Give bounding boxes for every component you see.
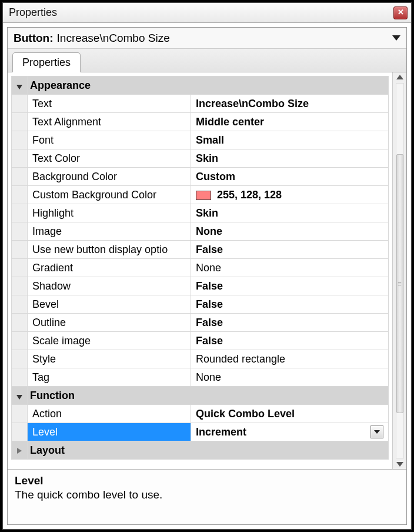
properties-window: Properties ✕ Button: Increase\nCombo Siz…: [2, 2, 412, 530]
property-value[interactable]: Middle center: [191, 113, 389, 131]
property-row[interactable]: Scale imageFalse: [12, 332, 389, 350]
close-icon[interactable]: ✕: [393, 6, 408, 19]
description-text: The quick combo level to use.: [15, 488, 399, 501]
property-name: Outline: [28, 314, 191, 332]
property-row[interactable]: ShadowFalse: [12, 277, 389, 295]
collapse-icon[interactable]: [16, 395, 22, 400]
category-label: Layout: [28, 441, 389, 460]
property-row[interactable]: LevelIncrement: [12, 423, 389, 441]
category-row[interactable]: Function: [12, 387, 389, 405]
property-name: Text Alignment: [28, 113, 191, 131]
property-name: Style: [28, 350, 191, 368]
property-row[interactable]: GradientNone: [12, 259, 389, 277]
property-name: Action: [28, 405, 191, 423]
dropdown-button[interactable]: [370, 425, 383, 438]
property-name: Custom Background Color: [28, 186, 191, 204]
property-row[interactable]: FontSmall: [12, 131, 389, 149]
expand-icon[interactable]: [17, 448, 22, 454]
scroll-track[interactable]: [396, 83, 404, 458]
property-value[interactable]: False: [191, 332, 389, 350]
property-row[interactable]: Text ColorSkin: [12, 149, 389, 168]
property-value[interactable]: Increase\nCombo Size: [191, 95, 389, 113]
chevron-down-icon: [374, 430, 380, 434]
property-value[interactable]: False: [191, 241, 389, 259]
category-row[interactable]: Layout: [12, 441, 389, 460]
tab-strip: Properties: [8, 49, 406, 72]
property-row[interactable]: OutlineFalse: [12, 314, 389, 332]
property-name: Gradient: [28, 259, 191, 277]
scroll-up-icon[interactable]: [396, 75, 403, 79]
property-row[interactable]: HighlightSkin: [12, 204, 389, 222]
property-name: Image: [28, 222, 191, 241]
property-value[interactable]: Skin: [191, 204, 389, 222]
category-label: Function: [28, 387, 389, 405]
property-row[interactable]: StyleRounded rectangle: [12, 350, 389, 368]
property-value[interactable]: Skin: [191, 149, 389, 168]
object-dropdown-icon[interactable]: [392, 35, 400, 41]
property-value[interactable]: False: [191, 277, 389, 295]
property-value[interactable]: Increment: [191, 423, 389, 441]
object-header-value: Increase\nCombo Size: [57, 32, 170, 45]
color-swatch: [196, 191, 211, 200]
tab-properties[interactable]: Properties: [12, 52, 81, 72]
property-value[interactable]: Rounded rectangle: [191, 350, 389, 368]
scrollbar[interactable]: [392, 72, 406, 469]
window-title: Properties: [9, 6, 393, 19]
property-row[interactable]: Use new button display optioFalse: [12, 241, 389, 259]
property-value[interactable]: Custom: [191, 168, 389, 186]
property-name: Background Color: [28, 168, 191, 186]
scroll-down-icon[interactable]: [396, 462, 403, 467]
property-row[interactable]: BevelFalse: [12, 295, 389, 314]
object-header-label: Button:: [14, 32, 54, 45]
property-name: Scale image: [28, 332, 191, 350]
property-name: Level: [28, 423, 191, 441]
property-value[interactable]: Small: [191, 131, 389, 149]
property-row[interactable]: TextIncrease\nCombo Size: [12, 95, 389, 113]
property-value[interactable]: 255, 128, 128: [191, 186, 389, 204]
property-name: Font: [28, 131, 191, 149]
property-row[interactable]: ImageNone: [12, 222, 389, 241]
property-value[interactable]: None: [191, 368, 389, 387]
property-row[interactable]: ActionQuick Combo Level: [12, 405, 389, 423]
titlebar[interactable]: Properties ✕: [3, 3, 411, 23]
property-value[interactable]: False: [191, 295, 389, 314]
property-value[interactable]: False: [191, 314, 389, 332]
property-name: Use new button display optio: [28, 241, 191, 259]
property-name: Text Color: [28, 149, 191, 168]
property-row[interactable]: TagNone: [12, 368, 389, 387]
property-value[interactable]: None: [191, 259, 389, 277]
description-pane: Level The quick combo level to use.: [8, 469, 406, 524]
property-name: Text: [28, 95, 191, 113]
property-grid: AppearanceTextIncrease\nCombo SizeText A…: [8, 72, 392, 469]
property-name: Tag: [28, 368, 191, 387]
category-label: Appearance: [28, 77, 389, 95]
property-row[interactable]: Custom Background Color255, 128, 128: [12, 186, 389, 204]
property-row[interactable]: Text AlignmentMiddle center: [12, 113, 389, 131]
object-header[interactable]: Button: Increase\nCombo Size: [8, 28, 406, 49]
property-value[interactable]: Quick Combo Level: [191, 405, 389, 423]
description-title: Level: [15, 474, 399, 487]
scroll-thumb[interactable]: [396, 154, 403, 413]
collapse-icon[interactable]: [16, 85, 22, 89]
property-name: Highlight: [28, 204, 191, 222]
category-row[interactable]: Appearance: [12, 77, 389, 95]
property-name: Shadow: [28, 277, 191, 295]
property-name: Bevel: [28, 295, 191, 314]
property-row[interactable]: Background ColorCustom: [12, 168, 389, 186]
property-value[interactable]: None: [191, 222, 389, 241]
